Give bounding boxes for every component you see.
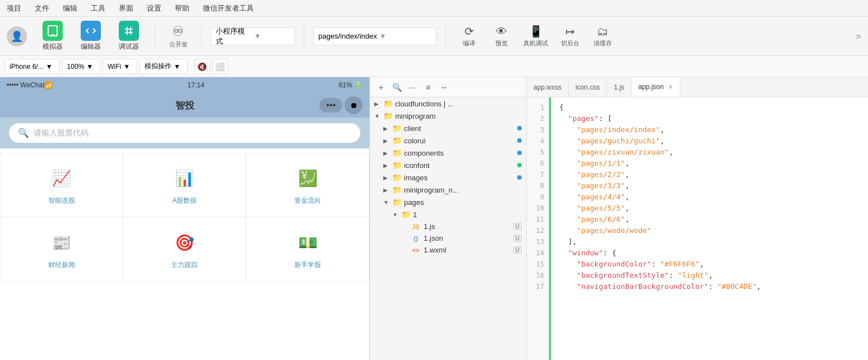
- code-line: "pages/6/6",: [553, 214, 868, 225]
- status-bar: ••••• WeChat📶 17:14 61% 🔋: [0, 77, 369, 93]
- nav-record-button[interactable]: ⏺: [345, 96, 363, 114]
- tree-badge-blue: [517, 138, 522, 143]
- tab-close[interactable]: ×: [668, 82, 672, 91]
- fullscreen-button[interactable]: ⬜: [212, 59, 228, 74]
- device-dropdown[interactable]: iPhone 6/... ▼: [4, 59, 60, 74]
- tree-badge-green: [517, 163, 522, 167]
- feature-item[interactable]: 📈 智能选股: [0, 153, 123, 217]
- tree-item[interactable]: <>1.wxmlU: [370, 244, 526, 256]
- code-line: ],: [553, 236, 868, 247]
- code-token: :: [708, 282, 717, 291]
- tree-item[interactable]: 📁components: [370, 147, 526, 159]
- menu-edit[interactable]: 编辑: [61, 2, 80, 15]
- tab-app.wxss[interactable]: app.wxss: [527, 77, 569, 97]
- device-bar: iPhone 6/... ▼ 100% ▼ WiFi ▼ 模拟操作 ▼ 🔇 ⬜: [0, 56, 868, 77]
- feature-item[interactable]: 💵 新手学股: [246, 217, 369, 282]
- code-token: "pages/guchi/guchi": [559, 137, 660, 145]
- tree-item[interactable]: 📁1: [370, 208, 526, 221]
- realtest-button[interactable]: 📱 真机调试: [520, 22, 551, 50]
- tab-label: 1.js: [614, 83, 624, 91]
- toolbar: 👤 模拟器 编辑器 调试器 ♾ 云开发 小程序模式 ▼ pages/index/…: [0, 17, 868, 56]
- feature-item[interactable]: 💹 资金流向: [246, 153, 369, 217]
- code-line: "pages/5/5",: [553, 203, 868, 214]
- file-icon: {}: [410, 235, 421, 242]
- tree-split-button[interactable]: ↔: [437, 81, 451, 94]
- menu-weixin-devtools[interactable]: 微信开发者工具: [201, 2, 256, 15]
- cutback-button[interactable]: ↦ 切后台: [556, 22, 584, 50]
- device-name: iPhone 6/...: [10, 63, 44, 71]
- simulator-button[interactable]: 模拟器: [36, 18, 69, 54]
- preview-label: 预览: [495, 39, 508, 48]
- search-input[interactable]: 🔍 请输入股票代码: [9, 123, 360, 143]
- folder-icon: 📁: [383, 111, 393, 120]
- menu-file[interactable]: 文件: [33, 2, 52, 15]
- clearcache-button[interactable]: 🗂 清缓存: [588, 23, 616, 50]
- mute-button[interactable]: 🔇: [194, 59, 210, 74]
- tree-item[interactable]: 📁colorui: [370, 134, 526, 147]
- cloud-button[interactable]: ♾ 云开发: [164, 21, 192, 51]
- zoom-dropdown[interactable]: 100% ▼: [62, 59, 101, 74]
- tree-item[interactable]: 📁pages: [370, 196, 526, 208]
- tree-item[interactable]: 📁images: [370, 171, 526, 184]
- tree-item[interactable]: {}1.jsonU: [370, 232, 526, 244]
- code-token: "backgroundTextStyle": [577, 271, 669, 279]
- feature-item[interactable]: 📰 财经新闻: [0, 217, 123, 282]
- editor-button[interactable]: 编辑器: [74, 18, 108, 54]
- tree-items: 📁cloudfunctions | ...📁miniprogram📁client…: [370, 97, 526, 256]
- feature-item[interactable]: 📊 A股数据: [123, 153, 247, 217]
- tree-menu-button[interactable]: ≡: [421, 81, 435, 94]
- network-value: WiFi: [108, 63, 121, 71]
- menu-settings[interactable]: 设置: [145, 2, 164, 15]
- device-arrow: ▼: [46, 63, 53, 71]
- debugger-button[interactable]: 调试器: [112, 18, 146, 54]
- tab-1.js[interactable]: 1.js: [607, 77, 632, 97]
- compile-button[interactable]: ⟳ 编译: [455, 22, 483, 50]
- mode-dropdown-arrow: ▼: [254, 32, 290, 40]
- tab-icon.css[interactable]: icon.css: [569, 77, 607, 97]
- code-token: ],: [559, 237, 577, 246]
- menu-help[interactable]: 帮助: [173, 2, 192, 15]
- action-dropdown[interactable]: 模拟操作 ▼: [140, 59, 188, 74]
- preview-button[interactable]: 👁 预览: [488, 23, 516, 50]
- nav-bar: 智投 ••• ⏺: [0, 93, 369, 118]
- tree-item[interactable]: 📁miniprogram: [370, 110, 526, 122]
- simulator-panel: ••••• WeChat📶 17:14 61% 🔋 智投 ••• ⏺ 🔍 请输入…: [0, 77, 370, 360]
- code-token: "pages/3/3": [559, 181, 625, 190]
- menu-tools[interactable]: 工具: [89, 2, 108, 15]
- tab-app.json[interactable]: app.json×: [632, 77, 680, 97]
- code-area[interactable]: 1234567891011121314151617 { "pages": [ "…: [527, 97, 868, 360]
- user-avatar[interactable]: 👤: [7, 26, 27, 46]
- tree-name: images: [404, 174, 517, 182]
- mode-dropdown[interactable]: 小程序模式 ▼: [211, 27, 295, 45]
- tree-item[interactable]: JS1.jsU: [370, 221, 526, 232]
- tree-item[interactable]: 📁client: [370, 122, 526, 134]
- phone-screen: ••••• WeChat📶 17:14 61% 🔋 智投 ••• ⏺ 🔍 请输入…: [0, 77, 369, 360]
- code-line: "pages/zixuan/zixuan",: [553, 147, 868, 158]
- toolbar-more[interactable]: »: [856, 30, 861, 42]
- nav-dots-button[interactable]: •••: [319, 98, 342, 113]
- tree-item[interactable]: 📁iconfont: [370, 159, 526, 171]
- tree-name: 1.json: [424, 234, 513, 242]
- menu-interface[interactable]: 界面: [117, 2, 136, 15]
- cloud-icon: ♾: [172, 24, 184, 39]
- tree-arrow: [374, 101, 383, 107]
- tree-badge-u: U: [513, 223, 522, 230]
- search-placeholder: 请输入股票代码: [34, 128, 89, 138]
- tree-search-button[interactable]: 🔍: [390, 81, 403, 94]
- code-content[interactable]: { "pages": [ "pages/index/index", "pages…: [553, 97, 868, 360]
- code-token: "pages/2/2": [559, 170, 625, 179]
- tree-add-button[interactable]: +: [374, 81, 388, 94]
- network-dropdown[interactable]: WiFi ▼: [103, 59, 137, 74]
- feature-item[interactable]: 🎯 主力跟踪: [123, 217, 247, 282]
- features-grid: 📈 智能选股📊 A股数据💹 资金流向📰 财经新闻🎯 主力跟踪💵 新手学股: [0, 153, 369, 282]
- code-token: "pages/5/5": [559, 204, 625, 212]
- tree-item[interactable]: 📁miniprogram_n...: [370, 184, 526, 196]
- path-dropdown[interactable]: pages/index/index ▼: [313, 27, 437, 45]
- line-number: 8: [527, 180, 549, 191]
- code-token: ,: [660, 137, 665, 145]
- action-value: 模拟操作: [145, 62, 171, 71]
- tree-item[interactable]: 📁cloudfunctions | ...: [370, 97, 526, 110]
- menu-project[interactable]: 项目: [4, 2, 24, 15]
- action-arrow: ▼: [174, 63, 180, 71]
- tree-more-button[interactable]: ···: [406, 81, 419, 94]
